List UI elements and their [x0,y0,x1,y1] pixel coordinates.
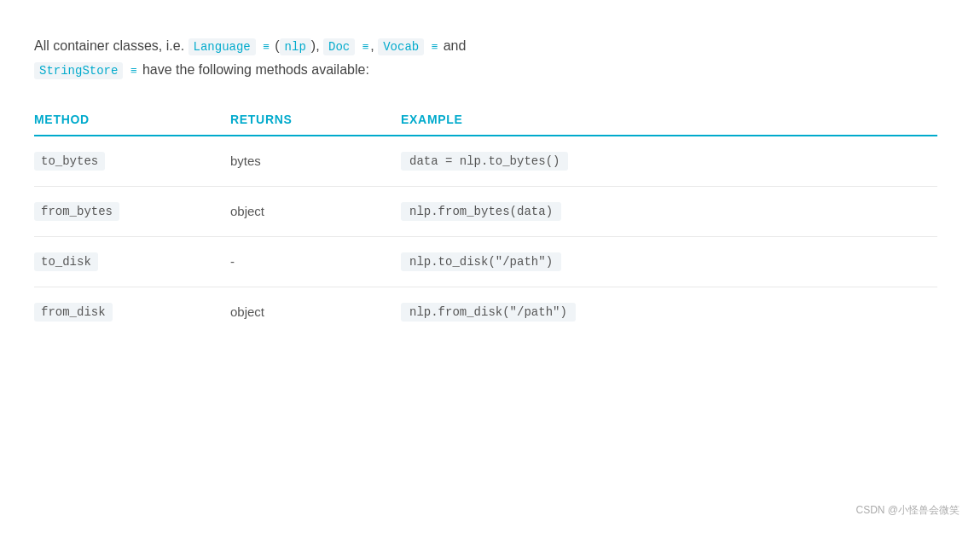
returns-cell: bytes [230,154,401,168]
comma2: , [370,38,374,53]
returns-cell: - [230,254,401,269]
nlp-code: nlp [280,38,311,55]
table-row: from_bytes object nlp.from_bytes(data) [34,187,937,237]
col-method: METHOD [34,113,230,126]
table-row: to_bytes bytes data = nlp.to_bytes() [34,136,937,187]
comma1: , [316,38,319,53]
example-cell: nlp.from_bytes(data) [401,202,937,221]
table-row: to_disk - nlp.to_disk("/path") [34,237,937,287]
method-cell: from_disk [34,303,230,322]
vocab-menu-icon[interactable]: ≡ [432,38,438,56]
intro-prefix: All container classes, i.e. [34,38,184,53]
table-row: from_disk object nlp.from_disk("/path") [34,287,937,337]
watermark: CSDN @小怪兽会微笑 [855,503,960,518]
method-cell: from_bytes [34,202,230,221]
returns-cell: object [230,304,401,319]
paren-open: ( [275,38,279,53]
table-body: to_bytes bytes data = nlp.to_bytes() fro… [34,136,937,337]
class-doc[interactable]: Doc ≡ [323,38,370,53]
example-cell: data = nlp.to_bytes() [401,152,937,171]
language-menu-icon[interactable]: ≡ [263,38,270,56]
intro-paragraph: All container classes, i.e. Language ≡ (… [34,34,937,82]
col-example: EXAMPLE [401,113,937,126]
doc-menu-icon[interactable]: ≡ [362,38,369,56]
example-cell: nlp.to_disk("/path") [401,252,937,271]
method-cell: to_bytes [34,152,230,171]
method-cell: to_disk [34,252,230,271]
class-vocab[interactable]: Vocab ≡ [378,38,439,53]
returns-cell: object [230,204,401,218]
stringstore-menu-icon[interactable]: ≡ [130,61,137,80]
and-text: and [444,38,467,53]
col-returns: RETURNS [230,113,401,126]
table-header: METHOD RETURNS EXAMPLE [34,113,937,136]
class-language[interactable]: Language ≡ [188,38,271,53]
intro-suffix: have the following methods available: [142,62,369,77]
methods-table: METHOD RETURNS EXAMPLE to_bytes bytes da… [34,113,937,337]
class-stringstore[interactable]: StringStore ≡ [34,62,138,77]
example-cell: nlp.from_disk("/path") [401,303,937,322]
